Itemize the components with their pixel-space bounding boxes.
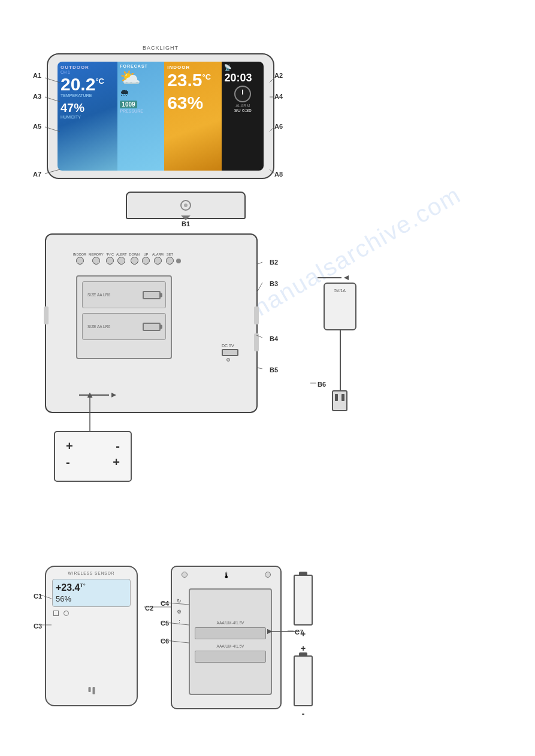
btn-down[interactable]	[131, 257, 138, 265]
adapter-arrow-row	[318, 275, 356, 280]
sensor-batt-label-2: AAA/UM-4/1.5V	[195, 644, 266, 648]
outdoor-temp-unit: °C	[95, 77, 104, 86]
clock-face	[234, 86, 251, 102]
battery-plus-label-2: +	[301, 643, 306, 653]
label-c4: C4	[161, 600, 169, 607]
stand-arrow-head	[111, 393, 116, 397]
bar-1	[88, 687, 90, 692]
indoor-humidity-display: 63%	[167, 93, 219, 113]
device-screen: OUTDOOR CH 1 20.2°C TEMPERATURE 47% HUMI…	[58, 62, 264, 171]
btn-up-label: UP	[144, 253, 149, 256]
sensor-dot-1	[53, 611, 59, 616]
adapter-prong-2	[341, 394, 344, 401]
screw-top-right	[265, 572, 271, 578]
stand-slot-right	[254, 306, 259, 324]
btn-haf-group: °F/°C	[106, 253, 114, 265]
alarm-label: ALARM	[224, 104, 261, 108]
pressure-value: 1009	[120, 101, 137, 108]
sensor-humidity-display: 56%	[56, 594, 127, 603]
battery-icon-2	[143, 323, 161, 331]
label-a7: A7	[33, 171, 41, 178]
adapter-arrow-head	[344, 275, 349, 280]
sensor-batt-visual-2	[195, 651, 266, 663]
forecast-section: FORECAST ⛅ 🌧 1009 PRESSURE	[117, 62, 164, 171]
label-a1: A1	[33, 72, 41, 79]
battery-tip-2	[160, 324, 162, 329]
sensor-signal-bars	[88, 687, 95, 694]
label-c6: C6	[161, 637, 169, 645]
battery-minus-label-2: -	[302, 709, 305, 718]
label-c2: C2	[145, 605, 153, 612]
outdoor-ch: CH 1	[61, 70, 114, 74]
sensor-title: WIRELESS SENSOR	[46, 567, 137, 575]
battery-compartment: SIZE AA LR6 SIZE AA LR6	[76, 275, 172, 359]
label-a3: A3	[33, 93, 41, 100]
dc-port-area: DC 5V	[222, 344, 238, 356]
polarity-minus-2: -	[66, 456, 70, 469]
outdoor-humidity-display: 47%	[61, 101, 114, 115]
sync-icon: ↻	[177, 598, 182, 604]
btn-indoor-group: INDOOR	[73, 253, 86, 265]
btn-alert[interactable]	[117, 257, 125, 265]
btn-up[interactable]	[142, 257, 150, 265]
btn-indoor-label: INDOOR	[73, 253, 86, 256]
dc-label: DC 5V	[222, 344, 238, 348]
temp-label: TEMPERATURE	[61, 93, 114, 98]
stand-slot-right-2	[254, 333, 259, 351]
indoor-section: INDOOR 23.5°C 63%	[164, 62, 222, 171]
battery-positive-terminal	[299, 572, 307, 576]
battery-tip-1	[160, 293, 162, 297]
btn-alarm[interactable]	[154, 257, 162, 265]
label-b1: B1	[126, 220, 246, 227]
label-a2: A2	[274, 72, 283, 79]
adapter-plug	[332, 390, 347, 411]
date-day: SU	[234, 108, 241, 113]
back-view-container: INDOOR MEMORY °F/°C ALERT DOWN	[45, 233, 258, 413]
label-b2: B2	[270, 259, 278, 266]
battery-polarity-diagram: + - - +	[54, 431, 132, 482]
usb-port	[222, 349, 238, 356]
btn-alert-group: ALERT	[116, 253, 127, 265]
sensor-batt-visual-1	[195, 627, 266, 639]
stand-slot-left	[44, 306, 49, 324]
battery-positive-terminal-2	[299, 652, 307, 657]
outdoor-temp-value: 20.2	[61, 74, 95, 94]
btn-memory-label: MEMORY	[89, 253, 104, 256]
polarity-plus-2: +	[113, 456, 120, 469]
back-buttons-row: INDOOR MEMORY °F/°C ALERT DOWN	[73, 253, 238, 265]
thermometer-icon: 🌡	[222, 570, 231, 580]
backlight-label: BACKLIGHT	[47, 45, 274, 51]
label-c3: C3	[34, 623, 42, 630]
label-b4: B4	[270, 335, 278, 342]
adapter-prongs	[333, 391, 346, 401]
label-a4: A4	[274, 93, 283, 100]
sensor-temp-display: +23.4T°	[56, 582, 127, 593]
adapter-body: 5V/1A	[324, 283, 356, 330]
bar-2	[92, 687, 95, 694]
outdoor-label: OUTDOOR	[61, 65, 114, 70]
polarity-row-2: - +	[55, 456, 131, 476]
sensor-icons-col: ↻ ⚙ ⋮	[177, 598, 182, 626]
label-c1: C1	[34, 593, 42, 600]
btn-indoor[interactable]	[76, 257, 84, 265]
btn-alarm-label: ALARM	[152, 253, 164, 256]
btn-haf[interactable]	[106, 257, 114, 265]
sensor-back-body: 🌡 ↻ ⚙ ⋮ AAA/UM-4/1.5V AAA/UM-4/1.5V	[171, 566, 282, 709]
stand-indicator	[181, 215, 191, 220]
sensor-dots-row	[53, 611, 129, 616]
adapter-cable	[340, 330, 341, 390]
rain-icon: 🌧	[120, 87, 162, 98]
clock-section: 📡 20:03 ALARM SU 6:30	[222, 62, 264, 171]
indoor-temp-value: 23.5	[167, 70, 202, 90]
screw-top-left	[182, 572, 188, 578]
btn-haf-label: °F/°C	[106, 253, 114, 256]
device-front-body: OUTDOOR CH 1 20.2°C TEMPERATURE 47% HUMI…	[47, 53, 274, 179]
btn-set[interactable]	[166, 257, 174, 265]
btn-alarm-group: ALARM	[152, 253, 164, 265]
sensor-front-container: WIRELESS SENSOR +23.4T° 56%	[45, 566, 138, 706]
battery-arrow-svg	[78, 389, 108, 437]
btn-set-group: SET	[166, 253, 174, 265]
dots-icon: ⋮	[177, 620, 182, 626]
btn-memory[interactable]	[92, 257, 100, 265]
indoor-label: INDOOR	[167, 65, 219, 70]
